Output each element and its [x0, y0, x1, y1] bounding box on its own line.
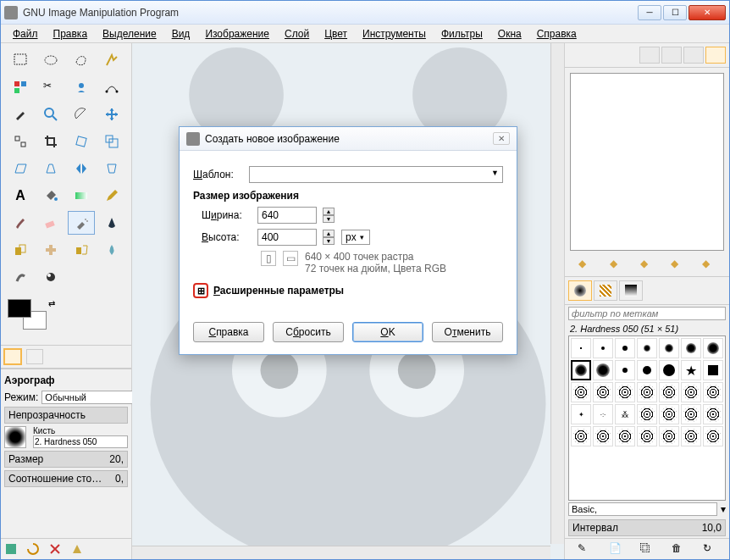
- brush-item[interactable]: [681, 360, 701, 380]
- tool-perspective-clone[interactable]: [68, 238, 95, 262]
- menu-tools[interactable]: Инструменты: [356, 26, 433, 42]
- reset-preset-icon[interactable]: [70, 542, 84, 556]
- menu-windows[interactable]: Окна: [491, 26, 528, 42]
- menu-select[interactable]: Выделение: [96, 26, 163, 42]
- tool-text[interactable]: A: [7, 184, 34, 208]
- ok-button[interactable]: OK: [352, 322, 423, 342]
- brush-item[interactable]: [637, 338, 657, 358]
- brush-item[interactable]: [637, 360, 657, 380]
- tab-layers[interactable]: [639, 47, 660, 64]
- brush-item[interactable]: [681, 426, 701, 446]
- brush-item[interactable]: [637, 404, 657, 424]
- brush-item[interactable]: [703, 426, 723, 446]
- menu-help[interactable]: Справка: [530, 26, 583, 42]
- brush-item[interactable]: ✦: [571, 404, 591, 424]
- brush-item[interactable]: [659, 404, 679, 424]
- brush-item[interactable]: [593, 382, 613, 402]
- brush-item[interactable]: [637, 426, 657, 446]
- titlebar[interactable]: GNU Image Manipulation Program ─ ☐ ✕: [1, 1, 729, 25]
- brush-item[interactable]: [593, 426, 613, 446]
- menu-image[interactable]: Изображение: [198, 26, 276, 42]
- tool-paths[interactable]: [98, 75, 125, 99]
- dialog-titlebar[interactable]: Создать новое изображение ✕: [180, 127, 517, 151]
- brush-item[interactable]: [593, 338, 613, 358]
- new-brush-icon[interactable]: 📄: [609, 542, 622, 556]
- duplicate-brush-icon[interactable]: ⿻: [640, 542, 654, 556]
- height-spinner[interactable]: ▲▼: [323, 230, 335, 245]
- tool-rect-select[interactable]: [7, 48, 34, 72]
- reset-button[interactable]: Сбросить: [273, 322, 344, 342]
- tool-blur[interactable]: [98, 238, 125, 262]
- tool-airbrush[interactable]: [68, 211, 95, 235]
- nav-zoom-100-icon[interactable]: ◆: [640, 258, 654, 271]
- tab-paths[interactable]: [683, 47, 704, 64]
- tab-undo[interactable]: [705, 47, 726, 64]
- brush-item[interactable]: [615, 360, 635, 380]
- brush-item[interactable]: [681, 382, 701, 402]
- tool-color-picker[interactable]: [7, 103, 34, 126]
- brush-item[interactable]: [703, 338, 723, 358]
- menu-filters[interactable]: Фильтры: [434, 26, 489, 42]
- tab-channels[interactable]: [661, 47, 682, 64]
- tool-fuzzy-select[interactable]: [98, 48, 125, 72]
- brush-item[interactable]: [659, 382, 679, 402]
- brush-item[interactable]: [659, 338, 679, 358]
- brush-item[interactable]: [571, 338, 591, 358]
- refresh-brush-icon[interactable]: ↻: [703, 542, 716, 556]
- tool-scale[interactable]: [98, 130, 125, 153]
- save-preset-icon[interactable]: [4, 542, 18, 556]
- preset-dropdown-icon[interactable]: ▾: [721, 503, 726, 515]
- height-input[interactable]: [257, 229, 317, 246]
- brush-name-field[interactable]: [33, 435, 128, 448]
- tool-perspective[interactable]: [37, 157, 64, 180]
- cancel-button[interactable]: Отменить: [432, 322, 503, 342]
- brush-filter-input[interactable]: [568, 307, 726, 320]
- tool-paintbrush[interactable]: [7, 211, 34, 235]
- tool-foreground[interactable]: [68, 75, 95, 99]
- tool-rotate[interactable]: [68, 130, 95, 153]
- fg-color[interactable]: [8, 299, 31, 318]
- tool-flip[interactable]: [68, 157, 95, 180]
- tool-blend[interactable]: [68, 184, 95, 208]
- swap-colors-icon[interactable]: ⇄: [48, 299, 55, 308]
- tab-patterns[interactable]: [594, 280, 617, 301]
- template-combo[interactable]: [249, 166, 503, 183]
- delete-preset-icon[interactable]: [48, 542, 62, 556]
- tool-ellipse-select[interactable]: [37, 48, 64, 72]
- brush-item[interactable]: [659, 360, 679, 380]
- tool-bucket[interactable]: [37, 184, 64, 208]
- tool-crop[interactable]: [37, 130, 64, 153]
- brush-item[interactable]: [681, 404, 701, 424]
- tool-align[interactable]: [7, 130, 34, 153]
- brush-preview-icon[interactable]: [4, 426, 26, 448]
- tab-brushes[interactable]: [568, 280, 592, 301]
- brush-item[interactable]: [681, 338, 701, 358]
- tool-smudge[interactable]: [7, 265, 34, 289]
- help-button[interactable]: Справка: [193, 322, 264, 342]
- brush-item[interactable]: [703, 382, 723, 402]
- delete-brush-icon[interactable]: 🗑: [672, 542, 685, 556]
- landscape-icon[interactable]: ▭: [283, 251, 298, 266]
- edit-brush-icon[interactable]: ✎: [578, 542, 591, 556]
- menu-colors[interactable]: Цвет: [318, 26, 354, 42]
- tool-heal[interactable]: [37, 238, 64, 262]
- brush-item-selected[interactable]: [571, 360, 591, 380]
- brush-item[interactable]: [637, 382, 657, 402]
- navigation-preview[interactable]: [570, 73, 724, 251]
- restore-preset-icon[interactable]: [26, 542, 40, 556]
- tool-move[interactable]: [98, 103, 125, 126]
- tab-tool-options[interactable]: [4, 349, 21, 364]
- vertical-scrollbar[interactable]: [550, 43, 564, 544]
- menu-edit[interactable]: Правка: [47, 26, 95, 42]
- brush-item[interactable]: [593, 360, 613, 380]
- tool-clone[interactable]: [7, 238, 34, 262]
- brush-item[interactable]: [659, 426, 679, 446]
- width-spinner[interactable]: ▲▼: [323, 208, 335, 223]
- tool-pencil[interactable]: [98, 184, 125, 208]
- maximize-button[interactable]: ☐: [663, 5, 687, 20]
- advanced-expander[interactable]: ⊞: [193, 283, 208, 298]
- brush-item[interactable]: [571, 426, 591, 446]
- tool-shear[interactable]: [7, 157, 34, 180]
- minimize-button[interactable]: ─: [638, 5, 661, 20]
- advanced-label[interactable]: Расширенные параметры: [213, 285, 344, 297]
